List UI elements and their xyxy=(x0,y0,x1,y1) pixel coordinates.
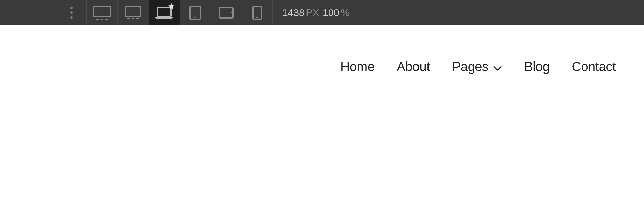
device-tablet-portrait[interactable] xyxy=(180,0,211,25)
svg-rect-0 xyxy=(94,6,110,17)
nav-label: Contact xyxy=(572,59,616,74)
nav-label: About xyxy=(396,59,430,74)
canvas-area[interactable]: Home About Pages Blog Contact xyxy=(0,25,644,221)
device-desktop[interactable] xyxy=(118,0,149,25)
more-options-button[interactable] xyxy=(57,0,87,25)
svg-point-12 xyxy=(231,12,232,13)
nav-label: Home xyxy=(340,59,374,74)
nav-item-home[interactable]: Home xyxy=(340,59,374,74)
svg-rect-7 xyxy=(136,18,139,19)
canvas-width-unit: PX xyxy=(306,7,319,18)
svg-rect-1 xyxy=(96,19,99,20)
device-tablet-landscape[interactable] xyxy=(211,0,242,25)
svg-rect-3 xyxy=(105,19,108,20)
device-desktop-large[interactable] xyxy=(87,0,118,25)
site-navigation: Home About Pages Blog Contact xyxy=(0,25,644,94)
svg-rect-6 xyxy=(132,18,134,19)
nav-label: Pages xyxy=(452,59,488,74)
nav-item-contact[interactable]: Contact xyxy=(572,59,616,74)
desktop-icon xyxy=(125,6,141,20)
mobile-portrait-icon xyxy=(252,6,262,20)
tablet-landscape-icon xyxy=(219,7,234,19)
desktop-large-icon xyxy=(93,6,111,20)
canvas-zoom-value[interactable]: 100 xyxy=(323,7,339,18)
nav-item-about[interactable]: About xyxy=(396,59,430,74)
toolbar-spacer xyxy=(0,0,57,25)
device-toolbar: 1438 PX 100 % xyxy=(0,0,644,25)
canvas-zoom-unit: % xyxy=(341,7,349,18)
svg-rect-4 xyxy=(125,7,141,16)
nav-item-blog[interactable]: Blog xyxy=(524,59,550,74)
star-icon xyxy=(168,3,175,10)
nav-label: Blog xyxy=(524,59,550,74)
device-laptop[interactable] xyxy=(149,0,180,25)
device-mobile-portrait[interactable] xyxy=(242,0,273,25)
svg-point-14 xyxy=(256,17,258,18)
nav-item-pages[interactable]: Pages xyxy=(452,59,502,74)
canvas-width-value[interactable]: 1438 xyxy=(282,7,304,18)
chevron-down-icon xyxy=(493,59,502,74)
canvas-size-info: 1438 PX 100 % xyxy=(273,7,350,18)
svg-rect-2 xyxy=(101,19,103,20)
more-vertical-icon xyxy=(70,7,73,19)
tablet-portrait-icon xyxy=(189,6,201,20)
svg-point-10 xyxy=(194,17,196,18)
svg-rect-5 xyxy=(127,18,130,19)
